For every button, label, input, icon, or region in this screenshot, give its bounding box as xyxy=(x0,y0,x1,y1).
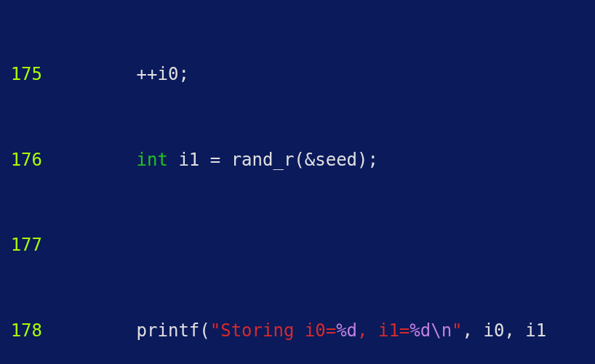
line-number: 176 xyxy=(0,150,52,171)
line-number: 178 xyxy=(0,320,52,341)
line-number: 177 xyxy=(0,235,52,256)
code-line[interactable]: 176 int i1 = rand_r(&seed); xyxy=(0,150,595,171)
code-text xyxy=(52,235,595,256)
code-text: ++i0; xyxy=(52,64,595,85)
code-line[interactable]: 177 xyxy=(0,235,595,256)
code-text: printf("Storing i0=%d, i1=%d\n", i0, i1 xyxy=(52,320,595,341)
code-line[interactable]: 175 ++i0; xyxy=(0,64,595,85)
code-text: int i1 = rand_r(&seed); xyxy=(52,150,595,171)
code-line[interactable]: 178 printf("Storing i0=%d, i1=%d\n", i0,… xyxy=(0,320,595,341)
line-number: 175 xyxy=(0,64,52,85)
code-editor[interactable]: 175 ++i0; 176 int i1 = rand_r(&seed); 17… xyxy=(0,0,595,364)
